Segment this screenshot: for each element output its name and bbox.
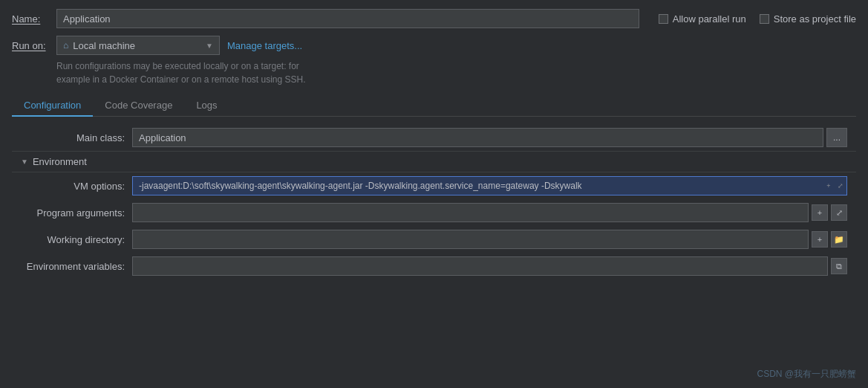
- runon-row: Run on: ⌂ Local machine ▼ Manage targets…: [12, 36, 856, 55]
- main-class-browse-button[interactable]: ...: [826, 128, 847, 147]
- collapse-arrow-icon: ▼: [21, 158, 28, 166]
- environment-variables-row: Environment variables: ⧉: [12, 253, 856, 279]
- info-line2: example in a Docker Container or on a re…: [56, 73, 856, 86]
- working-dir-input-wrap: + 📁: [132, 230, 847, 249]
- allow-parallel-label: Allow parallel run: [673, 13, 746, 25]
- info-line1: Run configurations may be executed local…: [56, 59, 856, 73]
- watermark: CSDN @我有一只肥螃蟹: [757, 368, 856, 381]
- allow-parallel-checkbox[interactable]: [659, 14, 668, 24]
- tab-configuration[interactable]: Configuration: [12, 95, 93, 117]
- folder-icon: 📁: [834, 235, 844, 245]
- environment-variables-input[interactable]: [132, 256, 828, 276]
- tabs-container: Configuration Code Coverage Logs: [12, 95, 856, 117]
- copy-icon: ⧉: [836, 262, 842, 271]
- main-container: Name: Allow parallel run Store as projec…: [0, 0, 868, 388]
- env-vars-copy-button[interactable]: ⧉: [831, 258, 847, 274]
- name-row: Name: Allow parallel run Store as projec…: [12, 9, 856, 28]
- tab-logs[interactable]: Logs: [184, 95, 229, 117]
- allow-parallel-checkbox-label[interactable]: Allow parallel run: [659, 13, 746, 25]
- main-class-input-wrap: ...: [132, 128, 847, 147]
- store-project-checkbox-label[interactable]: Store as project file: [760, 13, 856, 25]
- program-args-expand-button[interactable]: ⤢: [831, 204, 847, 221]
- vm-options-label: VM options:: [21, 181, 125, 192]
- manage-targets-link[interactable]: Manage targets...: [227, 40, 302, 51]
- vm-expand-button[interactable]: ⤢: [835, 177, 846, 195]
- runon-dropdown[interactable]: ⌂ Local machine ▼: [56, 36, 220, 55]
- program-args-input-wrap: + ⤢: [132, 203, 847, 222]
- main-class-row: Main class: ...: [12, 124, 856, 151]
- working-directory-row: Working directory: + 📁: [12, 226, 856, 253]
- runon-label: Run on:: [12, 40, 49, 51]
- machine-icon: ⌂: [63, 40, 68, 51]
- vm-plus-button[interactable]: +: [823, 177, 835, 195]
- name-label: Name:: [12, 13, 49, 25]
- store-project-label: Store as project file: [774, 13, 856, 25]
- chevron-down-icon: ▼: [206, 42, 213, 50]
- env-vars-input-wrap: ⧉: [132, 256, 847, 276]
- tab-code-coverage[interactable]: Code Coverage: [93, 95, 184, 117]
- right-options: Allow parallel run Store as project file: [659, 13, 856, 25]
- main-class-input[interactable]: [132, 128, 823, 147]
- vm-options-input[interactable]: [133, 177, 823, 195]
- working-directory-label: Working directory:: [21, 234, 125, 245]
- runon-target: Local machine: [73, 40, 201, 51]
- program-arguments-row: Program arguments: + ⤢: [12, 199, 856, 226]
- program-args-plus-button[interactable]: +: [812, 204, 828, 221]
- vm-options-row: VM options: + ⤢: [12, 172, 856, 199]
- main-class-label: Main class:: [21, 132, 125, 143]
- program-arguments-input[interactable]: [132, 203, 809, 222]
- working-dir-plus-button[interactable]: +: [812, 231, 828, 248]
- program-arguments-label: Program arguments:: [21, 207, 125, 219]
- working-dir-folder-button[interactable]: 📁: [831, 231, 847, 248]
- content-area: Main class: ... ▼ Environment VM options…: [12, 117, 856, 379]
- working-directory-input[interactable]: [132, 230, 809, 249]
- environment-section-label: Environment: [33, 156, 87, 167]
- store-project-checkbox[interactable]: [760, 14, 769, 24]
- vm-input-wrap: + ⤢: [132, 176, 847, 195]
- environment-variables-label: Environment variables:: [21, 261, 125, 272]
- environment-section-header[interactable]: ▼ Environment: [12, 151, 856, 172]
- name-input[interactable]: [56, 9, 639, 28]
- info-text: Run configurations may be executed local…: [56, 59, 856, 86]
